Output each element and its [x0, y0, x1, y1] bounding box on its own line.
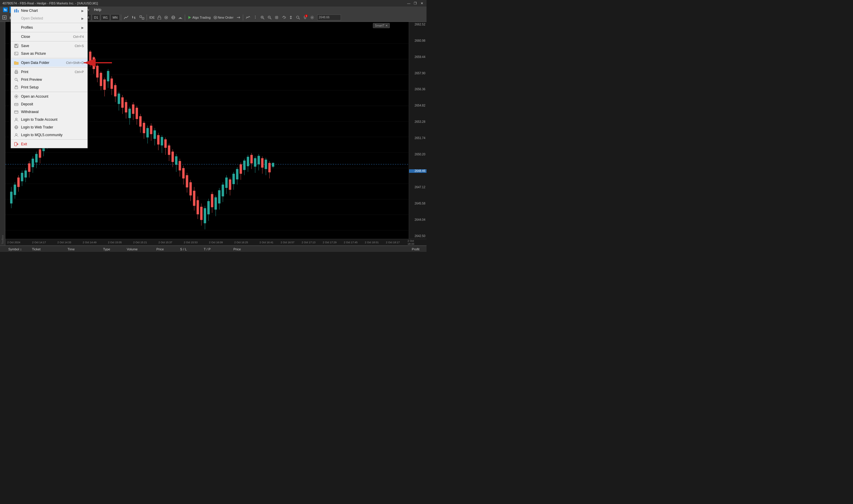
- toolbar-fixscale-button[interactable]: [288, 14, 294, 21]
- menu-deposit[interactable]: Deposit: [11, 100, 87, 108]
- svg-rect-203: [258, 156, 260, 165]
- table-type-col[interactable]: Type: [101, 247, 124, 251]
- svg-line-35: [263, 18, 264, 19]
- timeframe-d1[interactable]: D1: [92, 14, 100, 21]
- print-shortcut: Ctrl+P: [75, 70, 84, 74]
- toolbar-signal-button[interactable]: [177, 14, 184, 21]
- menu-help[interactable]: Help: [91, 6, 104, 13]
- time-label-12: 2 Oct 17:13: [302, 241, 316, 244]
- new-chart-label: New Chart: [21, 8, 82, 13]
- table-price2-col[interactable]: Price: [231, 247, 255, 251]
- svg-rect-171: [200, 207, 203, 220]
- toolbar-zoom-out-button[interactable]: [266, 14, 273, 21]
- login-web-icon: [13, 124, 19, 130]
- toolbar-line-button[interactable]: [122, 14, 130, 21]
- svg-text:fx: fx: [4, 8, 7, 12]
- svg-point-234: [16, 105, 17, 105]
- svg-rect-199: [250, 155, 253, 163]
- svg-rect-127: [121, 97, 123, 108]
- svg-rect-81: [39, 149, 41, 158]
- svg-rect-161: [182, 168, 185, 178]
- menu-save-as-picture[interactable]: Save as Picture: [11, 50, 87, 57]
- menu-exit[interactable]: Exit: [11, 140, 87, 148]
- toolbar-algo-trading-button[interactable]: Algo Trading: [186, 14, 212, 21]
- toolbar-ide-button[interactable]: IDE: [148, 14, 156, 21]
- table-volume-col[interactable]: Volume: [124, 247, 154, 251]
- minimize-button[interactable]: —: [406, 1, 411, 6]
- toolbar-autoscroll-button[interactable]: [280, 14, 287, 21]
- toolbar-objects-button[interactable]: [138, 14, 145, 21]
- menu-login-mql5[interactable]: Login to MQL5.community: [11, 131, 87, 139]
- svg-rect-77: [32, 159, 34, 167]
- logo-icon[interactable]: fx: [1, 6, 10, 13]
- print-setup-icon: [13, 84, 19, 90]
- svg-rect-219: [15, 52, 18, 55]
- price-2662: 2662.52: [409, 23, 426, 26]
- toolbar-depth-button[interactable]: [235, 14, 242, 21]
- timeframe-w1[interactable]: W1: [101, 14, 110, 21]
- toolbar-chart-type-button[interactable]: [130, 14, 138, 21]
- table-symbol-col[interactable]: Symbol ↕: [6, 247, 30, 251]
- divider-2: [11, 32, 87, 32]
- toolbar-period-sep-button[interactable]: [252, 14, 259, 21]
- price-current: 2648.46: [409, 169, 426, 173]
- menu-print-setup[interactable]: Print Setup: [11, 84, 87, 91]
- svg-rect-159: [179, 161, 181, 170]
- price-2644: 2644.04: [409, 218, 426, 221]
- table-price-col[interactable]: Price: [154, 247, 178, 251]
- toolbar-zoom-in-button[interactable]: [259, 14, 266, 21]
- maximize-button[interactable]: ❐: [413, 1, 418, 6]
- toolbar-indicator-button[interactable]: [244, 14, 251, 21]
- toolbar-notification-button[interactable]: 1: [302, 14, 308, 21]
- time-label-10: 2 Oct 16:41: [259, 241, 273, 244]
- table-sl-col[interactable]: S / L: [178, 247, 202, 251]
- time-label-3: 2 Oct 14:49: [83, 241, 97, 244]
- menu-print-preview[interactable]: Print Preview: [11, 76, 87, 84]
- time-label-9: 2 Oct 16:25: [234, 241, 248, 244]
- toolbar-lock-button[interactable]: [156, 14, 162, 21]
- svg-rect-129: [125, 102, 127, 112]
- svg-rect-207: [265, 160, 267, 169]
- menu-open-deleted: Open Deleted ▶: [11, 15, 87, 22]
- menu-print[interactable]: Print Ctrl+P: [11, 68, 87, 76]
- menu-withdrawal[interactable]: Withdrawal: [11, 108, 87, 116]
- menu-save[interactable]: Save Ctrl+S: [11, 42, 87, 50]
- timeframe-mn[interactable]: MN: [110, 14, 120, 21]
- svg-rect-145: [153, 130, 156, 139]
- menu-close[interactable]: Close Ctrl+F4: [11, 33, 87, 40]
- toolbar-radio-button[interactable]: [163, 14, 170, 21]
- svg-rect-222: [15, 70, 17, 71]
- toolbar-search-button[interactable]: [295, 14, 301, 21]
- toolbar-separator-4: [146, 15, 147, 20]
- open-data-folder-label: Open Data Folder: [21, 61, 66, 65]
- toolbar-new-button[interactable]: [1, 14, 8, 21]
- time-label-8: 2 Oct 16:09: [209, 241, 223, 244]
- toolbar-globe-button[interactable]: [170, 14, 176, 21]
- svg-rect-69: [17, 178, 20, 187]
- table-ticket-col[interactable]: Ticket: [30, 247, 65, 251]
- menu-new-chart[interactable]: New Chart ▶: [11, 7, 87, 15]
- menu-login-trade[interactable]: Login to Trade Account: [11, 116, 87, 123]
- svg-point-241: [15, 133, 17, 135]
- new-chart-arrow: ▶: [82, 9, 84, 13]
- menu-profiles[interactable]: Profiles ▶: [11, 24, 87, 31]
- svg-point-23: [166, 17, 167, 18]
- table-time-col[interactable]: Time: [65, 247, 101, 251]
- time-label-1: 2 Oct 14:17: [32, 241, 46, 244]
- menu-open-account[interactable]: Open an Account: [11, 93, 87, 100]
- smartt-badge[interactable]: SmartT ✕: [373, 23, 390, 28]
- toolbar-settings-button[interactable]: [309, 14, 315, 21]
- close-button[interactable]: ✕: [419, 1, 424, 6]
- toolbox-tab[interactable]: Toolbox: [1, 235, 4, 244]
- menu-login-web[interactable]: Login to Web Trader: [11, 123, 87, 131]
- table-profit-col[interactable]: Profit: [255, 247, 425, 251]
- open-deleted-arrow: ▶: [82, 17, 84, 20]
- table-tp-col[interactable]: T / P: [202, 247, 231, 251]
- withdrawal-label: Withdrawal: [21, 110, 84, 114]
- svg-rect-218: [15, 46, 17, 47]
- price-input[interactable]: [317, 15, 341, 20]
- toolbar-new-order-button[interactable]: New Order: [212, 14, 234, 21]
- svg-rect-175: [207, 201, 210, 215]
- toolbar-grid-button[interactable]: [273, 14, 280, 21]
- menu-open-data-folder[interactable]: Open Data Folder Ctrl+Shift+D: [11, 59, 87, 67]
